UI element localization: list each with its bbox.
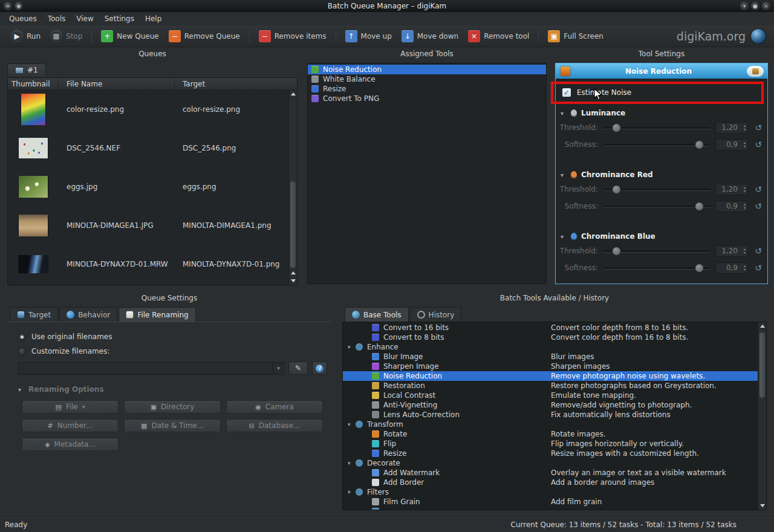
tree-item[interactable]: Anti-VignettingRemove/add vignetting to … (343, 400, 758, 410)
assigned-tool-item[interactable]: Convert To PNG (308, 94, 546, 103)
scroll-up-icon[interactable] (289, 90, 297, 98)
reset-icon[interactable]: ↺ (753, 140, 764, 149)
chevron-down-icon[interactable]: ▾ (273, 363, 284, 374)
move-up-button[interactable]: ↑Move up (340, 28, 397, 45)
menu-tools[interactable]: Tools (42, 13, 71, 25)
column-header-file-name[interactable]: File Name (59, 78, 175, 89)
tree-category[interactable]: ▾Transform (343, 420, 758, 429)
tab-behavior[interactable]: Behavior (59, 307, 117, 322)
tree-category[interactable]: ▾Enhance (343, 342, 758, 352)
softness-slider[interactable] (603, 202, 711, 210)
tools-tree-scrollbar[interactable] (758, 322, 766, 510)
tree-item[interactable]: Convert to 16 bitsConvert color depth fr… (343, 323, 758, 332)
pattern-info-button[interactable]: i (312, 362, 327, 375)
table-row[interactable]: MINOLTA-DYNAX7D-01.MRWMINOLTA-DYNAX7D-01… (8, 245, 288, 284)
tree-item[interactable]: Film GrainAdd film grain (343, 497, 758, 507)
tree-item[interactable]: FlipFlip images horizontally or vertical… (343, 439, 758, 449)
softness-spinbox[interactable]: 0,9▴▾ (715, 201, 748, 212)
softness-slider[interactable] (603, 140, 711, 149)
queue-tab-1[interactable]: #1 (7, 63, 46, 76)
section-header[interactable]: ▾Luminance (556, 107, 767, 119)
directory-button[interactable]: ▣Directory (124, 400, 221, 414)
threshold-slider[interactable] (603, 185, 711, 193)
tab-history[interactable]: History (410, 307, 462, 322)
tree-item[interactable]: Lens Auto-CorrectionFix automatically le… (343, 410, 758, 420)
run-button[interactable]: ▶Run (6, 28, 45, 45)
table-row[interactable]: MINOLTA-DIMAGEA1.JPGMINOLTA-DIMAGEA1.png (8, 206, 288, 245)
reset-icon[interactable]: ↺ (753, 184, 764, 194)
tree-item[interactable]: Add WatermarkOverlay an image or text as… (343, 468, 758, 478)
number-button[interactable]: #Number... (22, 419, 119, 432)
menu-settings[interactable]: Settings (99, 13, 140, 25)
slider-handle[interactable] (613, 186, 620, 193)
table-row[interactable]: eggs.jpgeggs.png (8, 167, 288, 206)
assigned-tool-item[interactable]: Noise Reduction (308, 65, 546, 74)
estimate-noise-checkbox[interactable]: ✓ (562, 88, 571, 97)
tab-base-tools[interactable]: Base Tools (345, 307, 409, 322)
camera-button[interactable]: ◉Camera (226, 400, 323, 414)
scroll-up-icon[interactable] (289, 269, 297, 277)
tab-target[interactable]: Target (10, 307, 58, 322)
column-header-thumbnail[interactable]: Thumbnail (8, 78, 59, 89)
spin-arrows-icon[interactable]: ▴▾ (744, 247, 746, 256)
table-row[interactable]: color-resize.pngcolor-resize.png (8, 90, 288, 129)
softness-spinbox[interactable]: 0,9▴▾ (715, 262, 748, 274)
spin-arrows-icon[interactable]: ▴▾ (744, 140, 746, 149)
assigned-tool-item[interactable]: Resize (308, 84, 546, 94)
customize-option[interactable]: Customize filenames: (18, 344, 331, 358)
threshold-slider[interactable] (603, 247, 711, 255)
tree-item[interactable]: RotateRotate images. (343, 429, 758, 439)
scroll-down-icon[interactable] (758, 502, 766, 510)
threshold-spinbox[interactable]: 1,20▴▾ (715, 245, 748, 257)
slider-handle[interactable] (613, 124, 620, 132)
remove-items-button[interactable]: −Remove items (254, 28, 331, 45)
scroll-down-icon[interactable] (289, 277, 297, 285)
use-original-option[interactable]: Use original filenames (18, 329, 331, 344)
tree-category[interactable]: ▾Decorate (343, 458, 758, 468)
remove-tool-button[interactable]: ×Remove tool (463, 28, 534, 45)
spin-arrows-icon[interactable]: ▴▾ (744, 202, 746, 211)
use-original-radio[interactable] (18, 333, 26, 341)
threshold-slider[interactable] (603, 123, 711, 132)
tree-item[interactable]: Local ContrastEmulate tone mapping. (343, 391, 758, 400)
slider-handle[interactable] (695, 264, 703, 272)
reset-icon[interactable]: ↺ (753, 123, 764, 132)
threshold-spinbox[interactable]: 1,20▴▾ (715, 122, 748, 134)
slider-handle[interactable] (695, 141, 703, 149)
menu-view[interactable]: View (71, 13, 99, 25)
tree-item[interactable]: RestorationRestore photographs based on … (343, 381, 758, 391)
file-button[interactable]: ▤File▾ (22, 400, 119, 414)
scrollbar-thumb[interactable] (759, 332, 766, 398)
reset-icon[interactable]: ↺ (753, 246, 764, 256)
metadata-button[interactable]: ◈Metadata... (22, 438, 119, 451)
tool-help-button[interactable] (747, 66, 764, 77)
softness-spinbox[interactable]: 0,9▴▾ (715, 139, 748, 151)
tree-item[interactable]: Add BorderAdd a border around images (343, 478, 758, 487)
edit-pattern-button[interactable]: ✎ (288, 362, 308, 375)
new-queue-button[interactable]: +New Queue (96, 28, 163, 45)
tab-file-renaming[interactable]: File Renaming (119, 307, 195, 322)
renaming-options-header[interactable]: ▾ Renaming Options (18, 385, 331, 394)
table-row[interactable]: DSC_2546.NEFDSC_2546.png (8, 129, 288, 167)
scroll-up-icon[interactable] (758, 322, 766, 330)
section-header[interactable]: ▾Chrominance Blue (556, 230, 767, 242)
slider-handle[interactable] (695, 203, 703, 210)
move-down-button[interactable]: ↓Move down (397, 28, 463, 45)
database-button[interactable]: ⊟Database... (226, 419, 323, 432)
tree-item[interactable]: Blur ImageBlur images (343, 352, 758, 362)
full-screen-button[interactable]: ▣Full Screen (543, 28, 608, 45)
close-icon[interactable]: × (762, 2, 770, 10)
menu-help[interactable]: Help (140, 13, 167, 25)
queue-table-scrollbar[interactable] (288, 90, 297, 285)
rename-pattern-combobox[interactable]: ▾ (18, 362, 284, 375)
spin-arrows-icon[interactable]: ▴▾ (744, 264, 746, 273)
tree-item[interactable]: Convert to 8 bitsConvert color depth fro… (343, 332, 758, 342)
slider-handle[interactable] (613, 247, 620, 255)
tree-item[interactable]: Noise ReductionRemove photograph noise u… (343, 371, 758, 381)
remove-queue-button[interactable]: −Remove Queue (164, 28, 245, 45)
stop-button[interactable]: ■Stop (45, 28, 87, 45)
threshold-spinbox[interactable]: 1,20▴▾ (715, 184, 748, 195)
tree-item[interactable]: ResizeResize images with a customized le… (343, 449, 758, 458)
column-header-target[interactable]: Target (175, 78, 297, 89)
assigned-tool-item[interactable]: White Balance (308, 74, 546, 84)
